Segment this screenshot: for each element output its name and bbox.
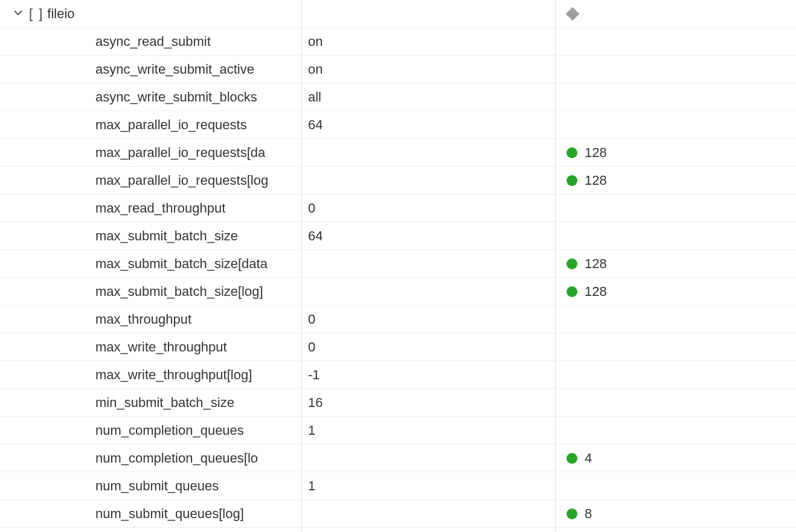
param-name: max_parallel_io_requests[log [95,173,268,188]
param-indicator [556,333,796,361]
param-name: async_write_submit_active [95,62,254,77]
param-indicator [556,83,796,111]
param-indicator: 128 [556,278,796,305]
param-name: num_submit_queues [95,478,219,494]
param-indicator: 4 [556,444,796,472]
param-indicator [556,111,796,138]
param-value: 16 [308,395,323,411]
indicator-value: 128 [585,256,607,272]
param-name: num_completion_queues [95,423,244,438]
param-indicator [556,222,796,249]
param-row[interactable]: num_completion_queues 1 [0,417,796,444]
param-indicator: 128 [556,167,796,194]
param-name: num_completion_queues[lo [95,450,258,466]
indicator-value: 128 [585,145,607,161]
param-value: -1 [308,367,320,383]
param-row[interactable]: max_parallel_io_requests[da 128 [0,139,796,167]
param-indicator [556,417,796,444]
param-indicator [556,361,796,388]
section-name: fileio [47,6,74,22]
param-row[interactable]: max_read_throughput 0 [0,194,796,222]
param-value: on [308,34,323,50]
param-indicator [556,472,796,499]
param-name: max_submit_batch_size[data [95,256,268,272]
status-green-icon [567,258,577,269]
param-indicator: 8 [556,500,796,527]
param-row[interactable]: size_kernel_io_queue 512 [0,528,796,532]
param-value: 0 [308,339,315,355]
param-row[interactable]: num_submit_queues 1 [0,472,796,500]
chevron-down-icon[interactable] [13,7,23,21]
section-indicator-cell [556,0,796,27]
param-value: on [308,62,323,77]
config-table: [ ] fileio async_read_submit on async_wr… [0,0,796,532]
param-row[interactable]: max_throughput 0 [0,306,796,333]
param-indicator [556,389,796,416]
param-name: max_write_throughput[log] [95,367,252,383]
indicator-value: 128 [585,173,607,188]
param-row[interactable]: max_submit_batch_size[data 128 [0,250,796,278]
param-row[interactable]: async_write_submit_active on [0,56,796,83]
param-row[interactable]: num_completion_queues[lo 4 [0,444,796,472]
param-row[interactable]: max_write_throughput[log] -1 [0,361,796,389]
param-value: 0 [308,312,315,327]
param-indicator [556,306,796,333]
param-name: max_parallel_io_requests[da [95,145,265,161]
param-name: async_read_submit [95,34,211,50]
indicator-value: 8 [585,506,592,522]
param-value: 1 [308,478,315,494]
status-green-icon [567,147,577,158]
param-value: all [308,89,321,105]
param-row[interactable]: max_submit_batch_size[log] 128 [0,278,796,306]
param-name: max_submit_batch_size [95,228,238,244]
param-row[interactable]: num_submit_queues[log] 8 [0,500,796,528]
param-name: max_throughput [95,312,191,327]
param-name: max_read_throughput [95,200,225,216]
param-row[interactable]: async_read_submit on [0,28,796,56]
param-name: max_parallel_io_requests [95,117,247,133]
param-row[interactable]: max_parallel_io_requests 64 [0,111,796,139]
indicator-value: 4 [585,450,592,466]
status-green-icon [567,453,577,464]
section-type-bracket: [ ] [29,6,43,22]
param-indicator [556,528,796,532]
param-indicator [556,194,796,222]
section-value-cell [302,0,556,27]
status-green-icon [567,175,577,186]
param-indicator [556,56,796,83]
param-name: async_write_submit_blocks [95,89,257,105]
param-row[interactable]: max_parallel_io_requests[log 128 [0,167,796,194]
param-indicator [556,28,796,55]
section-row-fileio[interactable]: [ ] fileio [0,0,796,28]
param-value: 64 [308,117,323,133]
param-indicator: 128 [556,250,796,277]
param-value: 1 [308,423,315,438]
param-row[interactable]: max_write_throughput 0 [0,333,796,361]
status-green-icon [567,286,577,297]
param-name: num_submit_queues[log] [95,506,244,522]
param-name: min_submit_batch_size [95,395,234,411]
param-value: 0 [308,200,315,216]
param-row[interactable]: max_submit_batch_size 64 [0,222,796,250]
param-name: max_write_throughput [95,339,227,355]
param-name: max_submit_batch_size[log] [95,284,263,300]
status-green-icon [567,508,577,519]
param-row[interactable]: async_write_submit_blocks all [0,83,796,111]
param-indicator: 128 [556,139,796,166]
param-row[interactable]: min_submit_batch_size 16 [0,389,796,417]
diamond-icon [566,7,580,21]
indicator-value: 128 [585,284,607,300]
param-value: 64 [308,228,323,244]
